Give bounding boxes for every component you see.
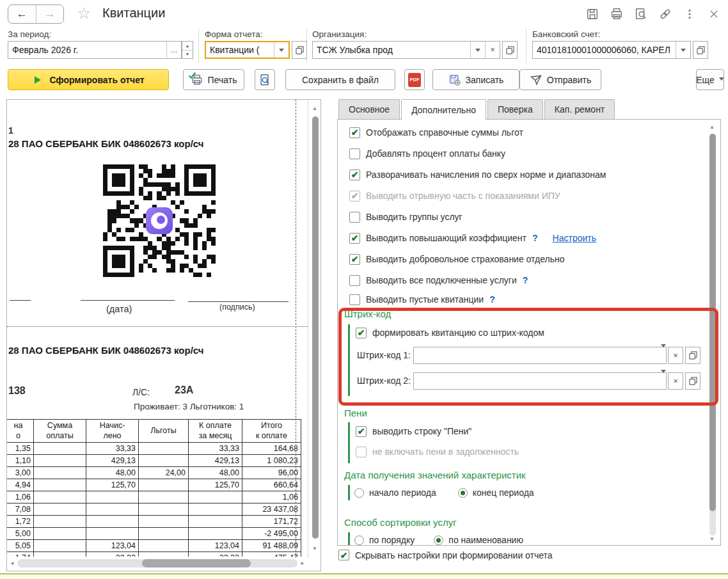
tab-1[interactable]: Основное [338,99,400,119]
separator [198,29,199,63]
send-button[interactable]: Отправить [519,69,601,90]
write-button[interactable]: Записать [432,69,519,90]
configure-link[interactable]: Настроить [553,233,596,243]
scroll-right-icon[interactable]: ► [300,561,305,566]
help-icon[interactable]: ? [523,275,528,285]
barcode1-clear-button[interactable]: × [668,347,683,364]
radio-selected[interactable] [434,535,443,545]
report-form-value[interactable]: Квитанции ( [206,42,274,58]
barcode1-open-button[interactable] [685,347,700,364]
organization-dropdown-icon[interactable] [470,42,485,58]
scroll-left-icon[interactable]: ◄ [10,561,15,566]
settings-checkbox-row[interactable]: ✔Отображать справочные суммы льгот [349,126,523,139]
checkbox-checked[interactable]: ✔ [349,254,360,265]
spin-up-icon[interactable]: ▲ [182,42,193,50]
checkbox-checked[interactable]: ✔ [356,328,367,338]
checkbox-unchecked[interactable] [349,212,360,223]
link-icon[interactable] [658,6,673,22]
organization-open-button[interactable] [502,41,518,59]
organization-label: Организация: [312,29,367,39]
close-icon[interactable] [706,6,722,22]
generate-report-button[interactable]: Сформировать отчет [8,69,169,90]
tab-2[interactable]: Дополнительно [401,99,486,120]
preview-button[interactable] [255,69,275,90]
bank-account-value[interactable]: 40101810001000006060, КАРЕЛ [533,42,676,58]
settings-vscrollbar[interactable] [709,134,716,511]
barcode2-clear-button[interactable]: × [668,372,683,390]
barcode-checkbox-row[interactable]: ✔ формировать квитанцию со штрих-кодом [356,326,544,339]
receipt-preview-panel[interactable]: 1 28 ПАО СБЕРБАНК БИК 048602673 кор/сч (… [6,99,321,571]
help-icon[interactable]: ? [489,294,495,305]
settings-checkbox-row[interactable]: Выводить все подключенные услуги? [349,274,528,287]
more-menu-icon[interactable] [682,6,697,22]
help-icon[interactable]: ? [532,233,538,243]
report-form-open-button[interactable] [292,41,307,59]
period-spinner[interactable]: ▲ ▼ [182,41,193,59]
settings-checkbox-row[interactable]: ✔Выводить добровольное страхование отдел… [349,253,565,266]
checkbox-checked[interactable]: ✔ [356,426,367,437]
hide-settings-row[interactable]: ✔ Скрывать настройки при формировании от… [338,550,553,560]
scroll-up-icon[interactable]: ▲ [312,106,317,111]
settings-checkbox-row[interactable]: Выводить группы услуг [349,210,463,223]
organization-value[interactable]: ТСЖ Улыбка прод [313,42,470,58]
bank-account-dropdown-icon[interactable] [676,42,690,58]
period-value[interactable]: Февраль 2026 г. [8,42,166,58]
favorite-star-icon[interactable]: ☆ [77,4,91,22]
settings-checkbox-row[interactable]: Добавлять процент оплаты банку [349,147,505,160]
barcode1-field[interactable] [413,347,667,364]
checkbox-unchecked[interactable] [349,294,360,305]
barcode1-dropdown-icon[interactable] [661,347,666,363]
checkbox-checked[interactable]: ✔ [338,550,349,560]
barcode2-field[interactable] [413,372,667,390]
charges-table: на оСумма оплатыНачис- леноЛьготыК оплат… [6,419,301,557]
organization-clear-button[interactable]: × [485,42,500,58]
more-button[interactable]: Еще [696,69,724,90]
peni-checkbox-row[interactable]: ✔ выводить строку "Пени" [356,425,471,438]
pdf-button[interactable]: PDF [404,69,425,90]
organization-field[interactable]: ТСЖ Улыбка прод × [312,41,500,59]
tab-3[interactable]: Поверка [487,99,543,119]
table-cell [139,528,189,540]
play-icon [35,76,45,84]
report-form-dropdown-icon[interactable] [274,42,289,58]
print-icon[interactable] [609,6,624,22]
preview-icon[interactable] [633,6,649,22]
preview-hscrollbar[interactable]: ◄ ► [10,559,305,568]
radio-unselected[interactable] [354,488,364,498]
checkbox-unchecked[interactable] [349,148,360,159]
barcode2-dropdown-icon[interactable] [661,373,666,389]
scroll-down-icon[interactable]: ▼ [709,537,715,542]
settings-checkbox-row[interactable]: ✔Выводить повышающий коэффициент?Настрои… [349,232,596,244]
forward-button[interactable]: → [36,5,64,23]
period-ellipsis-button[interactable]: ... [166,42,181,58]
table-cell [86,504,139,516]
back-button[interactable]: ← [8,5,36,23]
scroll-down-icon[interactable]: ▼ [312,546,317,551]
settings-checkbox-row[interactable]: ✔Разворачивать начисления по сверх норме… [349,168,606,181]
radio-selected[interactable] [458,488,468,498]
checkbox-unchecked[interactable] [349,275,360,286]
scroll-up-icon[interactable]: ▲ [709,125,715,130]
print-button[interactable]: Печать [183,69,244,90]
nav-group: ← → [8,4,64,24]
save-to-file-button[interactable]: Сохранить в файл [285,69,395,90]
report-form-field[interactable]: Квитанции ( [205,41,290,59]
tab-4[interactable]: Кап. ремонт [544,99,615,119]
period-field[interactable]: Февраль 2026 г. ... [8,41,182,59]
preview-vscrollbar[interactable] [312,116,319,539]
checkbox-checked[interactable]: ✔ [349,170,360,180]
radio-unselected[interactable] [354,535,364,545]
settings-checkbox-row[interactable]: Выводить пустые квитанции? [349,293,495,306]
table-cell [189,504,242,516]
checkbox-checked[interactable]: ✔ [349,233,360,244]
table-cell: 429,13 [86,455,139,467]
checkbox-checked[interactable]: ✔ [349,127,360,138]
save-icon[interactable] [585,6,600,22]
bank-account-open-button[interactable] [693,41,708,59]
spin-down-icon[interactable]: ▼ [182,50,193,59]
bank-account-field[interactable]: 40101810001000006060, КАРЕЛ [532,41,691,59]
table-cell [34,552,86,557]
table-cell [139,479,189,491]
barcode2-open-button[interactable] [685,372,700,390]
checkbox-disabled [356,447,367,457]
